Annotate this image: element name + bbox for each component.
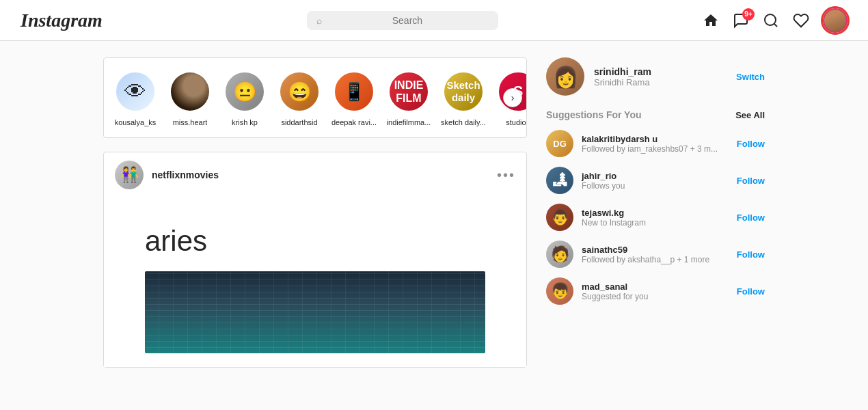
story-label: miss.heart bbox=[173, 118, 208, 126]
follow-button[interactable]: Follow bbox=[737, 176, 765, 186]
post-avatar[interactable]: 👫 bbox=[115, 161, 144, 189]
sidebar-profile: 👩 srinidhi_ram Srinidhi Rama Switch bbox=[546, 57, 765, 96]
suggestion-avatar[interactable]: 👦 bbox=[546, 277, 573, 305]
story-face bbox=[171, 72, 209, 111]
story-avatar-inner: 📱 bbox=[334, 71, 375, 112]
suggestion-username[interactable]: tejaswi.kg bbox=[582, 208, 729, 218]
svg-point-0 bbox=[765, 14, 776, 25]
heart-icon[interactable] bbox=[793, 12, 809, 29]
story-avatar-inner bbox=[169, 71, 211, 112]
messages-icon[interactable]: 9+ bbox=[733, 12, 749, 29]
suggestion-item: 👨 tejaswi.kg New to Instagram Follow bbox=[546, 204, 765, 231]
suggestion-username[interactable]: mad_sanal bbox=[582, 282, 729, 292]
suggestion-avatar[interactable]: 👨 bbox=[546, 204, 573, 231]
story-item[interactable]: 😄 siddarthsid bbox=[275, 69, 324, 126]
story-item[interactable]: 😐 krish kp bbox=[220, 69, 269, 126]
story-label: krish kp bbox=[232, 118, 258, 126]
suggestion-item: 🧑 sainathc59 Followed by akshatha__p + 1… bbox=[546, 241, 765, 268]
suggestion-info: jahir_rio Follows you bbox=[582, 171, 729, 191]
story-avatar-inner: 👁 bbox=[115, 71, 156, 112]
search-icon: ⌕ bbox=[316, 15, 322, 26]
story-item[interactable]: Sketchdaily sketch daily... bbox=[439, 69, 488, 126]
suggestion-item: 🏞 jahir_rio Follows you Follow bbox=[546, 167, 765, 194]
story-avatar: INDIEFILM bbox=[386, 69, 431, 114]
story-avatar: Sketchdaily bbox=[441, 69, 486, 114]
messages-badge: 9+ bbox=[742, 8, 755, 20]
story-label: kousalya_ks bbox=[115, 118, 157, 126]
explore-icon[interactable] bbox=[763, 12, 779, 29]
sidebar-username[interactable]: srinidhi_ram bbox=[594, 66, 727, 77]
suggestion-meta: New to Instagram bbox=[582, 218, 729, 228]
story-avatar-inner: INDIEFILM bbox=[388, 71, 429, 112]
suggestion-avatar[interactable]: 🧑 bbox=[546, 241, 573, 268]
sidebar-avatar[interactable]: 👩 bbox=[546, 57, 584, 96]
story-item[interactable]: miss.heart bbox=[165, 69, 215, 126]
main-layout: 👁 kousalya_ks miss.heart 😐 bbox=[0, 41, 868, 384]
home-icon[interactable] bbox=[703, 12, 719, 29]
story-item[interactable]: 👁 kousalya_ks bbox=[111, 69, 160, 126]
post-header: 👫 netflixnmovies ••• bbox=[104, 152, 526, 197]
post-content: aries bbox=[104, 197, 526, 367]
follow-button[interactable]: Follow bbox=[737, 286, 765, 297]
story-avatar-inner: 😐 bbox=[224, 71, 265, 112]
story-label: indiefilmma... bbox=[387, 118, 431, 126]
post-image-grid bbox=[145, 271, 485, 353]
story-avatar: 📱 bbox=[331, 69, 377, 114]
suggestion-meta: Suggested for you bbox=[582, 292, 729, 301]
see-all-link[interactable]: See All bbox=[735, 110, 765, 120]
instagram-logo: Instagram bbox=[21, 10, 103, 31]
suggestion-meta: Followed by iam_rakeshbs07 + 3 m... bbox=[582, 144, 729, 154]
post-more-options[interactable]: ••• bbox=[497, 167, 515, 183]
search-input[interactable] bbox=[326, 15, 489, 26]
suggestion-info: kalakritibydarsh u Followed by iam_rakes… bbox=[582, 134, 729, 154]
story-avatar bbox=[167, 69, 213, 114]
suggestions-header: Suggestions For You See All bbox=[546, 109, 765, 120]
sidebar-profile-info: srinidhi_ram Srinidhi Rama bbox=[594, 66, 727, 87]
story-label: sketch daily... bbox=[441, 118, 486, 126]
story-avatar: 👁 bbox=[113, 69, 158, 114]
story-avatar: 😐 bbox=[222, 69, 267, 114]
story-label: deepak ravi... bbox=[331, 118, 377, 126]
story-label: siddarthsid bbox=[281, 118, 317, 126]
feed-column: 👁 kousalya_ks miss.heart 😐 bbox=[103, 57, 527, 368]
suggestion-info: sainathc59 Followed by akshatha__p + 1 m… bbox=[582, 245, 729, 264]
suggestion-username[interactable]: jahir_rio bbox=[582, 171, 729, 181]
follow-button[interactable]: Follow bbox=[737, 249, 765, 260]
post-username[interactable]: netflixnmovies bbox=[152, 169, 219, 180]
story-item[interactable]: 📱 deepak ravi... bbox=[329, 69, 379, 126]
post-user: 👫 netflixnmovies bbox=[115, 161, 219, 189]
follow-button[interactable]: Follow bbox=[737, 213, 765, 223]
suggestion-info: tejaswi.kg New to Instagram bbox=[582, 208, 729, 228]
story-avatar: 😄 bbox=[277, 69, 322, 114]
header-icons: 9+ bbox=[703, 8, 847, 33]
suggestions-title: Suggestions For You bbox=[546, 109, 642, 120]
stories-container: 👁 kousalya_ks miss.heart 😐 bbox=[103, 57, 527, 138]
suggestion-username[interactable]: sainathc59 bbox=[582, 245, 729, 255]
sidebar-column: 👩 srinidhi_ram Srinidhi Rama Switch Sugg… bbox=[546, 57, 765, 368]
profile-avatar[interactable] bbox=[823, 8, 847, 33]
post-card: 👫 netflixnmovies ••• aries bbox=[103, 152, 527, 368]
profile-avatar-face bbox=[824, 10, 846, 31]
suggestion-item: DG kalakritibydarsh u Followed by iam_ra… bbox=[546, 130, 765, 157]
post-text: aries bbox=[145, 225, 485, 258]
suggestion-username[interactable]: kalakritibydarsh u bbox=[582, 134, 729, 144]
stories-next-button[interactable]: › bbox=[503, 88, 522, 107]
suggestion-item: 👦 mad_sanal Suggested for you Follow bbox=[546, 277, 765, 305]
sidebar-fullname: Srinidhi Rama bbox=[594, 77, 727, 87]
post-image bbox=[145, 271, 485, 353]
story-avatar-inner: Sketchdaily bbox=[443, 71, 484, 112]
follow-button[interactable]: Follow bbox=[737, 139, 765, 149]
suggestion-info: mad_sanal Suggested for you bbox=[582, 282, 729, 301]
suggestion-meta: Followed by akshatha__p + 1 more bbox=[582, 255, 729, 264]
header: Instagram ⌕ 9+ bbox=[0, 0, 868, 41]
story-avatar-inner: 😄 bbox=[279, 71, 320, 112]
story-label: studiob bbox=[506, 118, 527, 126]
suggestion-meta: Follows you bbox=[582, 181, 729, 191]
search-bar[interactable]: ⌕ bbox=[307, 11, 498, 30]
suggestion-avatar[interactable]: DG bbox=[546, 130, 573, 157]
svg-line-1 bbox=[774, 23, 777, 26]
suggestion-avatar[interactable]: 🏞 bbox=[546, 167, 573, 194]
story-item[interactable]: INDIEFILM indiefilmma... bbox=[384, 69, 433, 126]
switch-button[interactable]: Switch bbox=[736, 72, 765, 82]
